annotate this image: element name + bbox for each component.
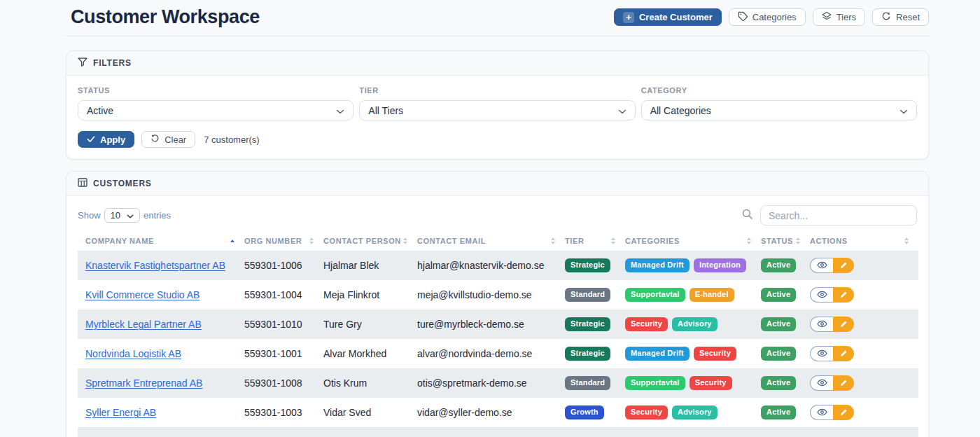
action-group — [810, 405, 918, 420]
company-link[interactable]: Syller Energi AB — [85, 407, 156, 418]
view-button[interactable] — [810, 287, 833, 303]
org-number-cell: 559301-1008 — [244, 368, 323, 398]
category-filter-select[interactable]: All Categories — [641, 100, 917, 120]
edit-button[interactable] — [833, 258, 854, 273]
edit-button[interactable] — [833, 375, 854, 391]
filters-title: FILTERS — [93, 58, 132, 68]
customers-panel: CUSTOMERS Show 10 entries — [66, 171, 929, 437]
table-grid-icon — [78, 178, 88, 189]
reset-button[interactable]: Reset — [872, 8, 929, 26]
action-group — [810, 258, 918, 273]
tier-filter-field: TIER All Tiers — [359, 86, 635, 120]
create-customer-label: Create Customer — [639, 12, 713, 22]
column-header-categories[interactable]: CATEGORIES — [625, 231, 761, 251]
contact-person-cell: Ture Gry — [323, 310, 417, 339]
tier-badge: Strategic — [565, 258, 610, 272]
eye-icon — [817, 408, 827, 418]
filter-funnel-icon — [78, 57, 88, 69]
eye-icon — [817, 290, 827, 300]
column-header-person[interactable]: CONTACT PERSON — [323, 231, 417, 251]
sort-icon — [904, 237, 909, 244]
tier-cell: Growth — [565, 398, 625, 427]
column-header-company[interactable]: COMPANY NAME — [78, 231, 244, 251]
company-cell: Knastervik Fastighetspartner AB — [78, 251, 244, 280]
tier-cell: Strategic — [565, 339, 625, 368]
company-cell: Kvill Commerce Studio AB — [78, 280, 244, 310]
sort-icon — [403, 237, 407, 244]
category-badges: SupportavtalSecurity — [625, 376, 761, 390]
view-button[interactable] — [810, 346, 833, 361]
reset-label: Reset — [896, 12, 920, 22]
page-size-select[interactable]: 10 — [104, 208, 140, 223]
filters-panel-header: FILTERS — [66, 51, 928, 76]
edit-button[interactable] — [833, 317, 854, 332]
tier-filter-select[interactable]: All Tiers — [359, 100, 635, 120]
column-header-org[interactable]: ORG NUMBER — [244, 231, 323, 251]
tiers-label: Tiers — [836, 12, 856, 22]
search-input[interactable] — [760, 205, 917, 226]
category-filter-label: CATEGORY — [641, 86, 917, 95]
status-badge: Active — [761, 288, 796, 302]
company-link[interactable]: Nordvinda Logistik AB — [85, 348, 181, 359]
sort-icon — [747, 237, 751, 244]
column-header-actions[interactable]: ACTIONS — [810, 231, 918, 251]
status-filter-select[interactable]: Active — [78, 100, 354, 120]
company-link[interactable]: Spretmark Entreprenad AB — [85, 377, 202, 389]
view-button[interactable] — [810, 317, 833, 332]
actions-cell — [810, 368, 918, 398]
chevron-down-icon — [899, 105, 908, 116]
column-header-tier[interactable]: TIER — [565, 231, 625, 251]
chevron-down-icon — [127, 210, 134, 221]
apply-button[interactable]: Apply — [78, 131, 134, 148]
eye-icon — [817, 261, 827, 271]
tier-cell: Strategic — [565, 251, 625, 280]
undo-icon — [150, 134, 160, 145]
category-badge: Security — [694, 347, 736, 361]
clear-button[interactable]: Clear — [141, 131, 195, 148]
table-header-row: COMPANY NAME ORG NUMBER CONTACT PERSON C… — [78, 231, 918, 251]
category-badge: Managed Drift — [625, 258, 690, 272]
edit-button[interactable] — [833, 346, 854, 361]
company-link[interactable]: Myrbleck Legal Partner AB — [85, 319, 202, 330]
check-icon — [87, 134, 95, 145]
status-cell: Active — [761, 398, 810, 427]
column-header-email[interactable]: CONTACT EMAIL — [417, 231, 565, 251]
table-row: Nordvinda Logistik AB559301-1001Alvar Mo… — [78, 339, 918, 368]
status-badge: Active — [761, 405, 796, 419]
categories-cell: Managed DriftIntegration — [625, 251, 761, 280]
sort-icon — [309, 237, 314, 244]
tiers-button[interactable]: Tiers — [813, 8, 865, 26]
eye-icon — [817, 349, 827, 359]
category-badge: Supportavtal — [625, 376, 685, 390]
column-header-status[interactable]: STATUS — [761, 231, 810, 251]
sort-icon — [611, 237, 615, 244]
edit-button[interactable] — [833, 287, 854, 303]
view-button[interactable] — [810, 258, 833, 273]
customers-panel-body: Show 10 entries — [66, 196, 928, 437]
page-size-group: Show 10 entries — [78, 208, 171, 223]
view-button[interactable] — [810, 375, 833, 391]
entries-label: entries — [144, 210, 171, 221]
categories-label: Categories — [752, 12, 797, 22]
company-link[interactable]: Kvill Commerce Studio AB — [85, 289, 200, 300]
contact-person-cell: Alvar Morkhed — [323, 339, 417, 368]
view-button[interactable] — [810, 405, 833, 420]
tier-filter-value: All Tiers — [368, 105, 403, 116]
header-divider — [66, 36, 929, 36]
pencil-icon — [840, 378, 848, 389]
page-title: Customer Workspace — [71, 6, 260, 28]
eye-icon — [817, 378, 827, 389]
contact-email-cell: alvar@nordvinda-demo.se — [417, 339, 565, 368]
category-badge: Advisory — [672, 405, 718, 419]
actions-cell — [810, 398, 918, 427]
edit-button[interactable] — [833, 405, 854, 420]
contact-email-cell: ture@myrbleck-demo.se — [417, 310, 565, 339]
contact-person-cell: Meja Flinkrot — [323, 280, 417, 310]
create-customer-button[interactable]: + Create Customer — [614, 8, 722, 26]
layers-icon — [822, 11, 832, 23]
categories-button[interactable]: Categories — [729, 8, 806, 26]
category-badge: Managed Drift — [625, 347, 690, 361]
org-number-cell: 559301-1006 — [244, 251, 323, 280]
contact-person-cell: Otis Krum — [323, 368, 417, 398]
company-link[interactable]: Knastervik Fastighetspartner AB — [85, 260, 225, 271]
